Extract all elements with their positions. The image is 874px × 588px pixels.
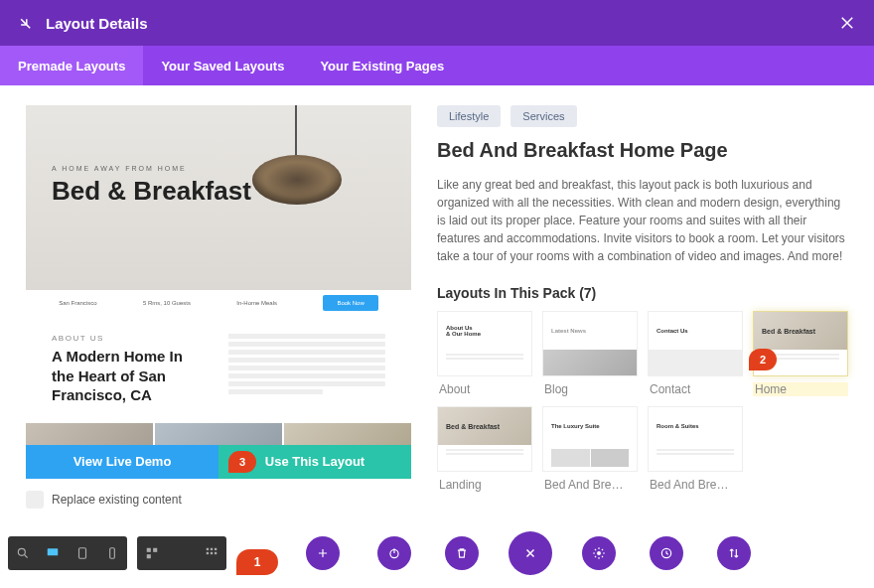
- desktop-icon[interactable]: [38, 536, 68, 570]
- preview-body: ABOUT US A Modern Home In the Heart of S…: [26, 316, 411, 423]
- click-icon[interactable]: [167, 536, 197, 570]
- layouts-grid: About Us& Our Home About Latest News Blo…: [437, 311, 848, 492]
- svg-rect-8: [211, 548, 213, 550]
- preview-gallery: [26, 423, 411, 445]
- preview-lorem: [228, 334, 385, 405]
- svg-rect-12: [215, 552, 217, 554]
- svg-rect-3: [110, 548, 115, 559]
- svg-rect-5: [153, 548, 157, 552]
- layout-card-about[interactable]: About Us& Our Home About: [437, 311, 532, 396]
- svg-rect-2: [79, 548, 86, 559]
- svg-point-14: [597, 551, 601, 555]
- layout-card-bnb-1[interactable]: The Luxury Suite Bed And Bre…: [542, 406, 638, 492]
- replace-label: Replace existing content: [52, 493, 182, 507]
- svg-rect-11: [211, 552, 213, 554]
- step-marker-1: 1: [236, 549, 278, 575]
- layout-card-contact[interactable]: Contact Us Contact: [648, 311, 743, 396]
- tablet-icon[interactable]: [68, 536, 97, 570]
- lamp-image: [242, 105, 352, 244]
- layout-title: Bed And Breakfast Home Page: [437, 139, 848, 162]
- category-pills: Lifestyle Services: [437, 105, 848, 127]
- modal-header: Layout Details: [0, 0, 874, 46]
- step-marker-3: 3: [228, 451, 256, 473]
- wireframe-icon[interactable]: [137, 536, 167, 570]
- power-button[interactable]: [377, 536, 411, 570]
- replace-checkbox[interactable]: [26, 491, 44, 509]
- view-demo-button[interactable]: View Live Demo: [26, 445, 218, 479]
- trash-button[interactable]: [445, 536, 479, 570]
- close-builder-button[interactable]: [509, 531, 552, 575]
- preview-column: A HOME AWAY FROM HOME Bed & Breakfast Sa…: [26, 105, 411, 497]
- svg-point-0: [18, 548, 25, 555]
- layout-preview: A HOME AWAY FROM HOME Bed & Breakfast Sa…: [26, 105, 411, 479]
- tabs-bar: Premade Layouts Your Saved Layouts Your …: [0, 46, 874, 85]
- history-button[interactable]: [650, 536, 683, 570]
- step-marker-2: 2: [749, 349, 777, 370]
- pack-title: Layouts In This Pack (7): [437, 285, 848, 301]
- svg-rect-10: [207, 552, 209, 554]
- preview-strip: San Francisco 5 Rms, 10 Guests In-Home M…: [26, 290, 411, 316]
- replace-row: Replace existing content: [26, 491, 411, 509]
- tab-saved-layouts[interactable]: Your Saved Layouts: [143, 46, 302, 85]
- layout-card-landing[interactable]: Bed & Breakfast Landing: [437, 406, 532, 492]
- category-services[interactable]: Services: [510, 105, 576, 127]
- zoom-icon[interactable]: [8, 536, 38, 570]
- details-column: Lifestyle Services Bed And Breakfast Hom…: [437, 105, 848, 497]
- action-row: View Live Demo 3 Use This Layout: [26, 445, 411, 479]
- settings-button[interactable]: [582, 536, 616, 570]
- layout-card-home[interactable]: 2 Bed & Breakfast Home: [753, 311, 848, 396]
- layout-description: Like any great bed and breakfast, this l…: [437, 176, 848, 265]
- grid-icon[interactable]: [197, 536, 226, 570]
- back-icon[interactable]: [18, 14, 36, 32]
- layout-card-bnb-2[interactable]: Room & Suites Bed And Bre…: [648, 406, 743, 492]
- preview-hero: A HOME AWAY FROM HOME Bed & Breakfast Sa…: [26, 105, 411, 316]
- tab-premade-layouts[interactable]: Premade Layouts: [0, 46, 143, 85]
- tab-existing-pages[interactable]: Your Existing Pages: [302, 46, 462, 85]
- sort-button[interactable]: [717, 536, 751, 570]
- content-area: A HOME AWAY FROM HOME Bed & Breakfast Sa…: [0, 85, 874, 516]
- preview-title: Bed & Breakfast: [52, 176, 251, 207]
- add-button[interactable]: [306, 536, 340, 570]
- use-layout-button[interactable]: 3 Use This Layout: [218, 445, 411, 479]
- modal-title: Layout Details: [46, 15, 838, 32]
- phone-icon[interactable]: [97, 536, 127, 570]
- viewport-group: [8, 536, 127, 570]
- preview-tagline: A HOME AWAY FROM HOME: [52, 165, 251, 172]
- svg-rect-1: [48, 548, 59, 555]
- svg-rect-4: [147, 548, 151, 552]
- view-group: [137, 536, 226, 570]
- about-heading: A Modern Home In the Heart of San Franci…: [52, 347, 209, 405]
- layout-card-blog[interactable]: Latest News Blog: [542, 311, 638, 396]
- about-tag: ABOUT US: [52, 334, 209, 343]
- close-icon[interactable]: [838, 14, 856, 32]
- category-lifestyle[interactable]: Lifestyle: [437, 105, 501, 127]
- svg-rect-7: [207, 548, 209, 550]
- svg-rect-6: [147, 554, 151, 558]
- bottom-toolbar: 1: [0, 530, 874, 576]
- svg-rect-9: [215, 548, 217, 550]
